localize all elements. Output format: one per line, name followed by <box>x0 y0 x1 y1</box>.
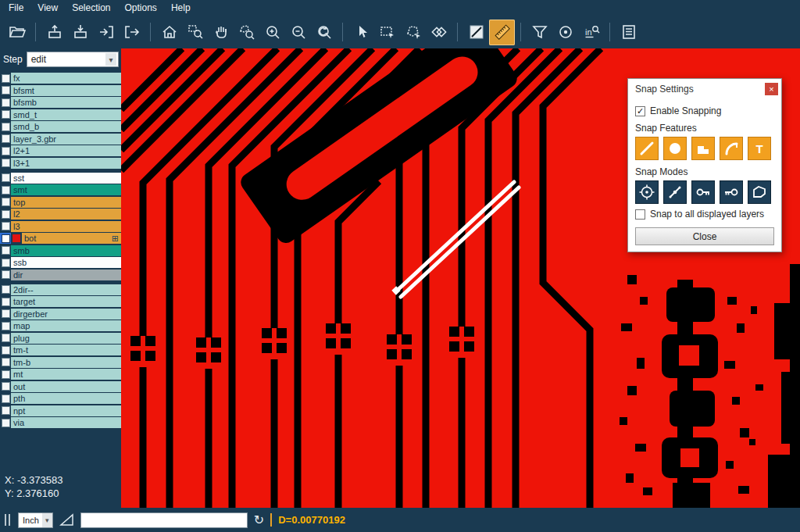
filter-button[interactable] <box>527 20 552 45</box>
snap-mode-midpoint-button[interactable] <box>663 180 687 204</box>
layer-row-l3[interactable]: l3 <box>0 221 121 232</box>
layer-row-smd_t[interactable]: smd_t <box>0 109 121 120</box>
snap-feature-corner-button[interactable] <box>691 137 715 160</box>
pan-button[interactable] <box>208 20 234 45</box>
layer-visibility-checkbox[interactable] <box>0 158 11 169</box>
layer-row-smb[interactable]: smb <box>0 245 121 256</box>
snap-feature-line-button[interactable] <box>635 137 659 160</box>
step-select[interactable]: edit ▾ <box>27 52 119 67</box>
snap-feature-text-button[interactable]: T <box>748 137 771 160</box>
layer-visibility-checkbox[interactable] <box>0 320 11 331</box>
angle-tool-icon[interactable] <box>59 513 74 527</box>
snap-feature-pad-button[interactable] <box>663 137 687 160</box>
layer-visibility-checkbox[interactable] <box>0 257 11 268</box>
layer-visibility-checkbox[interactable] <box>0 233 11 244</box>
import-button[interactable] <box>93 20 119 45</box>
layer-row-out[interactable]: out <box>0 381 121 392</box>
layer-row-bfsmt[interactable]: bfsmt <box>0 85 121 96</box>
menu-view[interactable]: View <box>30 1 65 15</box>
coordinate-input[interactable] <box>80 512 248 528</box>
ruler-tool-button[interactable] <box>489 20 515 45</box>
layer-visibility-checkbox[interactable] <box>0 109 11 120</box>
layer-visibility-checkbox[interactable] <box>0 296 11 307</box>
line-tool-button[interactable] <box>463 20 489 45</box>
layer-row-via[interactable]: via <box>0 417 121 428</box>
layer-visibility-checkbox[interactable] <box>0 184 11 195</box>
layer-visibility-checkbox[interactable] <box>0 197 11 208</box>
layer-visibility-checkbox[interactable] <box>0 333 11 344</box>
layer-row-npt[interactable]: npt <box>0 405 121 416</box>
menu-selection[interactable]: Selection <box>65 1 117 15</box>
snap-feature-arc-button[interactable] <box>720 137 743 160</box>
layer-visibility-checkbox[interactable] <box>0 145 11 156</box>
snap-mode-center-button[interactable] <box>635 180 659 204</box>
snap-mode-key-right-button[interactable] <box>720 180 743 204</box>
resize-grip[interactable] <box>5 514 10 526</box>
layer-visibility-checkbox[interactable] <box>0 85 11 96</box>
menu-options[interactable]: Options <box>118 1 164 15</box>
find-button[interactable]: in <box>578 20 604 45</box>
layer-row-map[interactable]: map <box>0 320 121 331</box>
layer-visibility-checkbox[interactable] <box>0 309 11 320</box>
layer-row-pth[interactable]: pth <box>0 393 121 404</box>
refresh-icon[interactable]: ↻ <box>254 514 264 527</box>
layer-visibility-checkbox[interactable] <box>0 97 11 108</box>
layer-row-plug[interactable]: plug <box>0 333 121 344</box>
layer-visibility-checkbox[interactable] <box>0 134 11 145</box>
close-button[interactable]: Close <box>635 227 774 245</box>
layer-row-l2[interactable]: l2 <box>0 209 121 220</box>
zoom-window-button[interactable] <box>182 20 208 45</box>
dialog-titlebar[interactable]: Snap Settings × <box>628 79 781 98</box>
menu-file[interactable]: File <box>2 1 30 15</box>
grid-icon[interactable]: ⊞ <box>112 234 119 243</box>
unit-select[interactable]: Inch ▾ <box>18 512 53 528</box>
enable-snapping-checkbox[interactable]: ✓ Enable Snapping <box>635 105 774 116</box>
export-button[interactable] <box>119 20 145 45</box>
layer-row-smt[interactable]: smt <box>0 184 121 195</box>
layer-row-tm-b[interactable]: tm-b <box>0 357 121 368</box>
menu-help[interactable]: Help <box>164 1 198 15</box>
zoom-polygon-button[interactable] <box>234 20 259 45</box>
layer-row-fx[interactable]: fx <box>0 73 121 84</box>
select-pointer-button[interactable] <box>348 20 374 45</box>
layer-row-top[interactable]: top <box>0 197 121 208</box>
layer-visibility-checkbox[interactable] <box>0 284 11 295</box>
layer-visibility-checkbox[interactable] <box>0 369 11 380</box>
select-rectangle-button[interactable] <box>374 20 400 45</box>
layer-visibility-checkbox[interactable] <box>0 381 11 392</box>
layer-row-bot[interactable]: bot⊞ <box>0 233 121 244</box>
layer-row-bfsmb[interactable]: bfsmb <box>0 97 121 108</box>
layer-visibility-checkbox[interactable] <box>0 393 11 404</box>
layer-visibility-checkbox[interactable] <box>0 73 11 84</box>
layer-visibility-checkbox[interactable] <box>0 270 11 280</box>
layer-row-tm-t[interactable]: tm-t <box>0 345 121 355</box>
layer-row-dirgerber[interactable]: dirgerber <box>0 309 121 320</box>
layer-visibility-checkbox[interactable] <box>0 221 11 232</box>
layer-row-ssb[interactable]: ssb <box>0 257 121 268</box>
open-button[interactable] <box>4 20 30 45</box>
snap-mode-contour-button[interactable] <box>748 180 771 204</box>
layer-row-mt[interactable]: mt <box>0 369 121 380</box>
zoom-in-button[interactable] <box>259 20 285 45</box>
snap-mode-key-left-button[interactable] <box>691 180 715 204</box>
measure-button[interactable] <box>426 20 452 45</box>
layer-row-l3+1[interactable]: l3+1 <box>0 158 121 169</box>
layer-row-l2+1[interactable]: l2+1 <box>0 145 121 156</box>
layer-visibility-checkbox[interactable] <box>0 405 11 416</box>
zoom-reset-button[interactable] <box>311 20 337 45</box>
layer-visibility-checkbox[interactable] <box>0 209 11 220</box>
layer-row-target[interactable]: target <box>0 296 121 307</box>
snap-all-layers-checkbox[interactable]: Snap to all displayed layers <box>635 209 774 220</box>
zoom-out-button[interactable] <box>285 20 311 45</box>
highlight-button[interactable] <box>552 20 578 45</box>
report-button[interactable] <box>616 20 641 45</box>
layer-row-dir[interactable]: dir <box>0 270 121 280</box>
layer-visibility-checkbox[interactable] <box>0 245 11 256</box>
output-button[interactable] <box>41 20 67 45</box>
layer-visibility-checkbox[interactable] <box>0 417 11 428</box>
layer-visibility-checkbox[interactable] <box>0 357 11 368</box>
layer-row-sst[interactable]: sst <box>0 173 121 184</box>
home-view-button[interactable] <box>156 20 182 45</box>
close-icon[interactable]: × <box>765 83 778 95</box>
layer-visibility-checkbox[interactable] <box>0 121 11 132</box>
